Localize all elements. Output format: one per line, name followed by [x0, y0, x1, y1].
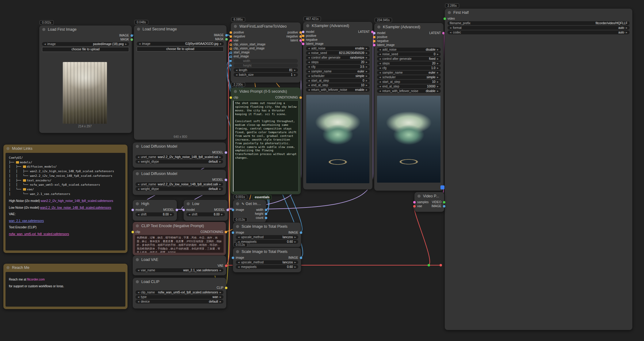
output-socket-negative[interactable]: [299, 35, 302, 38]
node-graph-canvas[interactable]: 0.002sLoad First ImageIMAGEMASK◀imagepas…: [0, 0, 644, 341]
decrement-arrow-icon[interactable]: ◀: [138, 290, 139, 294]
decrement-arrow-icon[interactable]: ◀: [308, 79, 310, 83]
increment-arrow-icon[interactable]: ▶: [295, 235, 296, 239]
steps-widget[interactable]: ◀steps20▶: [377, 61, 441, 65]
collapse-dot[interactable]: [187, 202, 190, 205]
node-video-prompt[interactable]: 2.230sVideo Prompt (0-5 seconds)clipCOND…: [231, 87, 301, 195]
collapse-dot[interactable]: [136, 145, 139, 148]
start_at_step-widget[interactable]: ◀start_at_step10▶: [377, 80, 441, 84]
input-socket-clip_vision_end_image[interactable]: [230, 48, 232, 50]
height-widget[interactable]: height: [234, 64, 298, 68]
collapse-dot[interactable]: [236, 225, 239, 228]
decrement-arrow-icon[interactable]: ◀: [450, 30, 451, 34]
collapse-dot[interactable]: [236, 202, 239, 205]
decrement-arrow-icon[interactable]: ◀: [379, 57, 381, 61]
input-socket-samples[interactable]: [413, 201, 416, 203]
start_at_step-widget[interactable]: ◀start_at_step0▶: [306, 79, 370, 83]
decrement-arrow-icon[interactable]: ◀: [379, 48, 381, 52]
output-socket-CONDITIONING[interactable]: [299, 96, 302, 99]
widget-input-socket[interactable]: [230, 60, 232, 62]
increment-arrow-icon[interactable]: ▶: [437, 48, 439, 52]
cfg-widget[interactable]: ◀cfg3.5▶: [306, 65, 370, 69]
increment-arrow-icon[interactable]: ▶: [295, 265, 296, 269]
node-video-p[interactable]: Video P...samplesVIDEOvaeIMAGE: [414, 192, 444, 212]
input-socket-end_image[interactable]: [230, 56, 232, 58]
decrement-arrow-icon[interactable]: ◀: [138, 300, 139, 304]
decrement-arrow-icon[interactable]: ◀: [379, 71, 381, 75]
upload-button[interactable]: choose file to upload: [137, 47, 224, 52]
increment-arrow-icon[interactable]: ▶: [437, 75, 439, 79]
decrement-arrow-icon[interactable]: ◀: [308, 56, 310, 60]
decrement-arrow-icon[interactable]: ◀: [308, 60, 310, 64]
input-socket-negative[interactable]: [373, 40, 375, 42]
collapse-dot[interactable]: [234, 90, 237, 93]
input-socket-model[interactable]: [373, 32, 375, 34]
node-scale-image-to-total-pixels-2[interactable]: 0.013sScale Image to Total PixelsimageIM…: [233, 247, 301, 273]
node-load-clip[interactable]: Load CLIPCLIP◀clip_namensfw_wan_umt5-xxl…: [132, 277, 227, 309]
node-clip-text-encode-negative[interactable]: CLIP Text Encode (Negative Prompt)clipCO…: [132, 222, 226, 256]
node-wan-first-last-frame-to-video[interactable]: 6.085sWanFirstLastFrameToVideopositivepo…: [231, 22, 301, 83]
note-link[interactable]: nsfw_wan_umt5-xxl_fp8_scaled.safetensors: [9, 232, 69, 236]
vae_name-widget[interactable]: ◀vae_namewan_2.1_vae.safetensors▶: [135, 268, 223, 272]
output-socket-IMAGE[interactable]: [300, 257, 302, 259]
decrement-arrow-icon[interactable]: ◀: [308, 69, 310, 73]
decrement-arrow-icon[interactable]: ◀: [138, 187, 139, 191]
width-widget[interactable]: width: [234, 59, 298, 63]
collapse-dot[interactable]: [417, 195, 421, 198]
decrement-arrow-icon[interactable]: ◀: [238, 260, 239, 264]
image-widget[interactable]: ◀imagepasted/image (18).png▶: [42, 42, 129, 46]
input-socket-positive[interactable]: [230, 31, 232, 34]
increment-arrow-icon[interactable]: ▶: [294, 68, 296, 72]
node-reach-me-note[interactable]: Reach MeReach me at fitcorder.comfor sup…: [3, 263, 128, 309]
collapse-dot[interactable]: [136, 172, 139, 175]
node-load-diffusion-model-low[interactable]: Load Diffusion ModelMODEL◀unet_namewan2.…: [132, 169, 226, 195]
increment-arrow-icon[interactable]: ▶: [366, 51, 368, 55]
input-socket-negative[interactable]: [302, 39, 304, 41]
output-socket-IMAGE[interactable]: [300, 231, 302, 234]
input-socket-model[interactable]: [302, 31, 304, 33]
decrement-arrow-icon[interactable]: ◀: [379, 89, 381, 93]
decrement-arrow-icon[interactable]: ◀: [236, 68, 237, 72]
input-socket-image[interactable]: [232, 231, 234, 234]
steps-widget[interactable]: ◀steps20▶: [306, 60, 370, 64]
weight_dtype-widget[interactable]: ◀weight_dtypedefault▶: [135, 187, 223, 191]
node-load-vae[interactable]: Load VAEVAE◀vae_namewan_2.1_vae.safetens…: [132, 255, 227, 276]
output-socket-width[interactable]: [265, 209, 267, 211]
collapse-dot[interactable]: [377, 25, 380, 29]
decrement-arrow-icon[interactable]: ◀: [379, 75, 381, 79]
output-socket-MASK[interactable]: [131, 38, 133, 41]
increment-arrow-icon[interactable]: ▶: [366, 69, 368, 73]
end_at_step-widget[interactable]: ◀end_at_step10000▶: [377, 84, 441, 88]
decrement-arrow-icon[interactable]: ◀: [139, 42, 140, 46]
collapse-dot[interactable]: [236, 250, 239, 253]
reroute-dot[interactable]: [428, 264, 430, 266]
add_noise-widget[interactable]: ◀add_noisedisable▶: [377, 48, 441, 52]
increment-arrow-icon[interactable]: ▶: [219, 155, 221, 159]
decrement-arrow-icon[interactable]: ◀: [308, 83, 310, 87]
decrement-arrow-icon[interactable]: ◀: [236, 73, 237, 77]
add_noise-widget[interactable]: ◀add_noiseenable▶: [306, 46, 370, 50]
collapse-dot[interactable]: [234, 25, 237, 28]
collapse-dot[interactable]: [136, 258, 139, 261]
input-socket-clip[interactable]: [131, 231, 134, 233]
sampler_name-widget[interactable]: ◀sampler_nameeuler▶: [377, 71, 441, 75]
decrement-arrow-icon[interactable]: ◀: [379, 61, 381, 65]
increment-arrow-icon[interactable]: ▶: [125, 42, 127, 46]
decrement-arrow-icon[interactable]: ◀: [138, 182, 139, 186]
output-socket-count[interactable]: [265, 217, 267, 219]
collapse-dot[interactable]: [136, 280, 139, 283]
upscale_method-widget[interactable]: ◀upscale_methodlanczos▶: [236, 260, 298, 264]
decrement-arrow-icon[interactable]: ◀: [138, 295, 139, 299]
increment-arrow-icon[interactable]: ▶: [220, 42, 222, 46]
upscale_method-widget[interactable]: ◀upscale_methodlanczos▶: [236, 235, 298, 239]
increment-arrow-icon[interactable]: ▶: [295, 240, 296, 244]
input-socket-clip[interactable]: [230, 96, 232, 99]
decrement-arrow-icon[interactable]: ◀: [44, 42, 46, 46]
increment-arrow-icon[interactable]: ▶: [437, 80, 439, 84]
output-socket-VIDEO[interactable]: [443, 201, 445, 203]
increment-arrow-icon[interactable]: ▶: [366, 74, 368, 78]
shift-widget[interactable]: ◀shift8.00▶: [135, 212, 174, 216]
output-socket-MASK[interactable]: [225, 38, 228, 41]
output-socket-VAE[interactable]: [225, 265, 227, 267]
input-socket-model[interactable]: [131, 209, 134, 211]
